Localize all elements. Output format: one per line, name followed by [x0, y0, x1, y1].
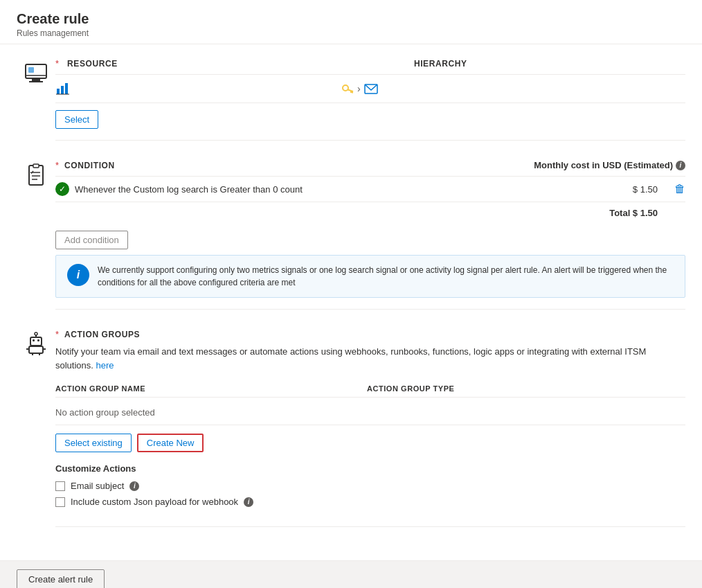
- json-payload-info-icon: i: [244, 497, 253, 507]
- email-subject-label: Email subject: [71, 481, 124, 491]
- svg-rect-15: [33, 164, 39, 168]
- action-groups-table-header: ACTION GROUP NAME ACTION GROUP TYPE: [55, 380, 685, 398]
- condition-row: ✓ Whenever the Custom log search is Grea…: [55, 176, 685, 202]
- select-resource-button[interactable]: Select: [55, 110, 98, 129]
- svg-rect-5: [57, 89, 60, 94]
- create-new-button[interactable]: Create New: [137, 434, 204, 452]
- condition-header-row: * CONDITION Monthly cost in USD (Estimat…: [55, 160, 685, 170]
- resource-body: * RESOURCE HIERARCHY: [55, 58, 685, 141]
- svg-rect-22: [33, 339, 35, 341]
- condition-title-group: * CONDITION: [55, 160, 115, 170]
- condition-label: CONDITION: [64, 161, 115, 170]
- resource-label: RESOURCE: [67, 59, 118, 69]
- hierarchy-label: HIERARCHY: [414, 59, 467, 69]
- action-groups-title-row: * ACTION GROUPS: [55, 329, 685, 339]
- checklist-icon: [24, 163, 48, 188]
- svg-rect-19: [30, 337, 42, 346]
- robot-icon: [24, 332, 48, 357]
- svg-point-9: [343, 85, 348, 91]
- resource-row: ›: [55, 74, 685, 103]
- action-groups-section: * ACTION GROUPS Notify your team via ema…: [17, 329, 685, 527]
- condition-check-icon: ✓: [55, 182, 69, 196]
- condition-body: * CONDITION Monthly cost in USD (Estimat…: [55, 160, 685, 310]
- customize-actions-section: Customize Actions Email subject i Includ…: [55, 463, 685, 507]
- json-payload-label: Include custom Json payload for webhook: [71, 497, 238, 507]
- page-header: Create rule Rules management: [0, 0, 702, 44]
- action-description-text: Notify your team via email and text mess…: [55, 346, 646, 371]
- action-groups-label: ACTION GROUPS: [64, 330, 140, 339]
- email-subject-checkbox[interactable]: [55, 481, 65, 491]
- page-title: Create rule: [17, 11, 685, 27]
- condition-icon-container: [17, 160, 55, 188]
- info-circle-icon: i: [67, 264, 89, 286]
- action-groups-required-star: *: [55, 329, 59, 339]
- svg-rect-1: [32, 78, 40, 81]
- no-action-text: No action group selected: [55, 400, 685, 425]
- resource-header-row: * RESOURCE HIERARCHY: [55, 58, 685, 69]
- condition-required-star: *: [55, 160, 59, 170]
- cost-label-text: Monthly cost in USD (Estimated): [534, 160, 673, 170]
- svg-rect-4: [28, 67, 34, 73]
- col-action-group-name: ACTION GROUP NAME: [55, 384, 367, 393]
- info-banner-text: We currently support configuring only tw…: [98, 264, 674, 289]
- resource-icon-container: [17, 58, 55, 86]
- svg-rect-6: [61, 86, 64, 94]
- total-cost-row: Total $ 1.50: [55, 208, 685, 224]
- info-banner: i We currently support configuring only …: [55, 255, 685, 298]
- resource-icons-row: ›: [55, 80, 685, 97]
- svg-rect-7: [65, 83, 68, 94]
- action-groups-icon-container: [17, 329, 55, 357]
- json-payload-checkbox[interactable]: [55, 497, 65, 507]
- monitor-icon: [24, 61, 48, 86]
- svg-rect-24: [29, 346, 43, 353]
- condition-right: $ 1.50 🗑: [633, 183, 685, 195]
- key-icon: [341, 82, 354, 96]
- page-footer: Create alert rule: [0, 560, 702, 588]
- learn-more-link[interactable]: here: [96, 360, 114, 371]
- envelope-icon: [363, 81, 379, 96]
- svg-point-21: [35, 332, 37, 335]
- add-condition-button[interactable]: Add condition: [55, 231, 128, 249]
- condition-text: Whenever the Custom log search is Greate…: [75, 184, 303, 195]
- cost-info-icon: i: [676, 161, 685, 170]
- json-payload-row: Include custom Json payload for webhook …: [55, 497, 685, 507]
- condition-section: * CONDITION Monthly cost in USD (Estimat…: [17, 160, 685, 310]
- condition-left: ✓ Whenever the Custom log search is Grea…: [55, 182, 303, 196]
- cost-label-group: Monthly cost in USD (Estimated) i: [534, 160, 685, 170]
- action-groups-description: Notify your team via email and text mess…: [55, 345, 685, 372]
- content-area: * RESOURCE HIERARCHY: [0, 44, 702, 560]
- email-subject-info-icon: i: [129, 481, 139, 491]
- hierarchy-chevron: ›: [357, 83, 361, 94]
- svg-rect-23: [37, 339, 39, 341]
- action-group-buttons: Select existing Create New: [55, 434, 685, 452]
- action-groups-body: * ACTION GROUPS Notify your team via ema…: [55, 329, 685, 527]
- required-star: *: [55, 58, 59, 69]
- delete-condition-icon[interactable]: 🗑: [674, 183, 685, 195]
- bar-chart-icon: [55, 80, 72, 97]
- hierarchy-part: ›: [341, 81, 379, 96]
- col-action-group-type: ACTION GROUP TYPE: [367, 384, 685, 393]
- select-existing-button[interactable]: Select existing: [55, 434, 132, 452]
- customize-actions-title: Customize Actions: [55, 463, 685, 474]
- create-alert-rule-button[interactable]: Create alert rule: [17, 569, 105, 588]
- svg-rect-2: [29, 81, 43, 82]
- page-subtitle: Rules management: [17, 28, 685, 38]
- email-subject-row: Email subject i: [55, 481, 685, 491]
- condition-cost-value: $ 1.50: [633, 184, 658, 195]
- resource-section: * RESOURCE HIERARCHY: [17, 58, 685, 141]
- svg-rect-14: [29, 166, 43, 185]
- total-cost-text: Total $ 1.50: [609, 208, 658, 218]
